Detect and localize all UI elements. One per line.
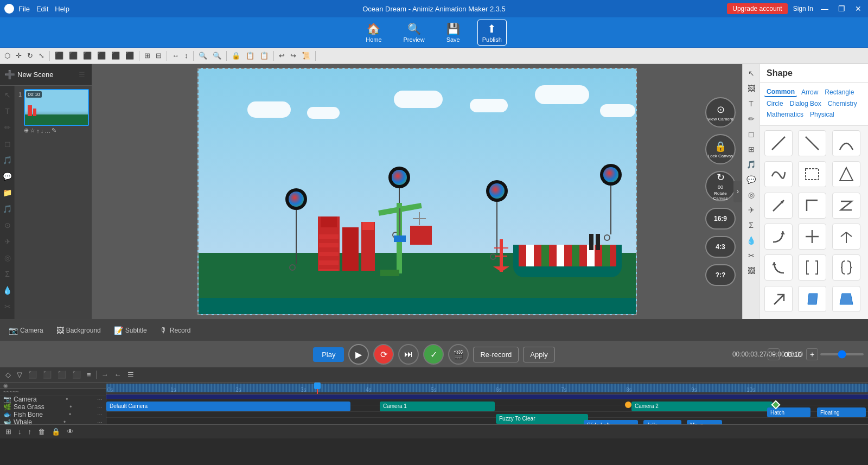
clip-move[interactable]: Move	[687, 420, 722, 424]
strip-align-l[interactable]: ⬛	[53, 50, 66, 61]
lbar-drop[interactable]: 💧	[1, 283, 15, 297]
cat-common[interactable]: Common	[764, 87, 797, 97]
shape-brace[interactable]	[832, 254, 860, 281]
duration-slider[interactable]	[820, 353, 864, 355]
shape-cross[interactable]	[798, 224, 826, 250]
strip-redo[interactable]: ↪	[288, 50, 298, 61]
strip-align-t[interactable]: ⬛	[95, 50, 108, 61]
track-more-seagrass[interactable]: ⋯	[97, 404, 103, 410]
shape-line-diag2[interactable]	[798, 130, 826, 156]
strip-scale[interactable]: ⤡	[36, 50, 47, 61]
save-button[interactable]: 💾 Save	[442, 20, 464, 45]
rvbar-table[interactable]: ⊞	[744, 142, 758, 156]
cat-chemistry[interactable]: Chemistry	[826, 99, 859, 108]
canvas-frame[interactable]: 📷 Default Camera	[197, 68, 637, 315]
bt-delete[interactable]: 🗑	[36, 426, 47, 437]
rotate-canvas-button[interactable]: ↻ 00 Rotate Canvas	[705, 171, 736, 201]
track-more-whale[interactable]: ⋯	[97, 419, 103, 425]
cat-physical[interactable]: Physical	[808, 110, 837, 119]
rvbar-cursor[interactable]: ↖	[744, 66, 758, 80]
strip-move[interactable]: ✛	[14, 50, 24, 61]
tt-align-m[interactable]: ⬛	[70, 370, 83, 380]
strip-paste[interactable]: 📋	[258, 50, 271, 61]
record-video-button[interactable]: 🎬	[448, 344, 469, 365]
strip-flip-h[interactable]: ↔	[170, 50, 181, 61]
shape-curve-left[interactable]	[764, 254, 793, 281]
lbar-bubble[interactable]: 💬	[1, 169, 15, 183]
bt-lock[interactable]: 🔒	[49, 426, 62, 437]
rvbar-bubble[interactable]: 💬	[744, 173, 758, 187]
lbar-cursor[interactable]: ↖	[1, 88, 15, 102]
scene-ctrl-btn5[interactable]: …	[44, 127, 50, 134]
track-more-camera[interactable]: ⋯	[97, 397, 103, 403]
bt-visible[interactable]: 👁	[65, 426, 76, 437]
bt-move-up[interactable]: ↑	[26, 426, 34, 437]
play-button[interactable]: Play	[313, 347, 344, 362]
home-button[interactable]: 🏠 Home	[361, 20, 386, 45]
strip-copy[interactable]: 📋	[244, 50, 257, 61]
strip-lock[interactable]: 🔒	[229, 50, 242, 61]
cat-rectangle[interactable]: Rectangle	[822, 87, 856, 97]
scene-ctrl-btn1[interactable]: ⊕	[24, 127, 29, 134]
apply-button[interactable]: Apply	[523, 347, 555, 362]
minimize-button[interactable]: —	[819, 4, 831, 13]
strip-align-c[interactable]: ⬛	[67, 50, 80, 61]
lbar-cut[interactable]: ✂	[1, 300, 15, 314]
lbar-record[interactable]: ⊙	[1, 218, 15, 232]
close-button[interactable]: ✕	[853, 4, 864, 13]
strip-history[interactable]: 📜	[299, 50, 312, 61]
keyframe-diamond1[interactable]	[625, 402, 631, 408]
scene-list-toggle[interactable]: ☰	[76, 69, 87, 80]
signin-button[interactable]: Sign In	[793, 5, 813, 12]
lbar-text[interactable]: T	[1, 104, 15, 118]
tab-subtitle[interactable]: 📝 Subtitle	[110, 324, 151, 337]
record-button[interactable]: ⟳	[373, 344, 394, 365]
track-more-fishbone[interactable]: ⋯	[97, 412, 103, 418]
rvbar-compass[interactable]: ◎	[744, 188, 758, 202]
strip-zoom-in[interactable]: 🔍	[196, 50, 209, 61]
clip-jello[interactable]: Jello	[643, 420, 681, 424]
lbar-sigma[interactable]: Σ	[1, 267, 15, 281]
strip-undo[interactable]: ↩	[277, 50, 287, 61]
rvbar-plane[interactable]: ✈	[744, 203, 758, 217]
menu-edit[interactable]: Edit	[36, 5, 48, 13]
bt-move-down[interactable]: ↓	[16, 426, 24, 437]
strip-rotate[interactable]: ↻	[25, 50, 35, 61]
shape-arrow-diag[interactable]	[764, 193, 793, 219]
rvbar-brush[interactable]: ✏	[744, 112, 758, 126]
tt-align-l[interactable]: ⬛	[26, 370, 39, 380]
tt-justify[interactable]: ≡	[85, 370, 93, 380]
view-camera-button[interactable]: ⊙ View Camera	[705, 97, 736, 128]
bt-add-layer[interactable]: ⊞	[3, 426, 14, 437]
duration-plus[interactable]: +	[806, 348, 818, 360]
shape-arc[interactable]	[832, 130, 860, 156]
rvbar-shape[interactable]: ◻	[744, 127, 758, 141]
scene-ctrl-btn3[interactable]: ↑	[36, 127, 40, 134]
upgrade-button[interactable]: Upgrade account	[727, 3, 787, 14]
strip-group[interactable]: ⊞	[142, 50, 152, 61]
tt-align-c[interactable]: ⬛	[55, 370, 68, 380]
aspect-custom-button[interactable]: ?:?	[705, 264, 736, 286]
scene-ctrl-btn2[interactable]: ☆	[30, 127, 35, 134]
publish-button[interactable]: ⬆ Publish	[477, 20, 507, 46]
approve-button[interactable]: ✓	[423, 344, 444, 365]
tt-indent[interactable]: →	[99, 370, 111, 380]
rvbar-image[interactable]: 🖼	[744, 81, 758, 95]
rvbar-cut[interactable]: ✂	[744, 249, 758, 263]
strip-select[interactable]: ⬡	[2, 50, 12, 61]
cat-math[interactable]: Mathematics	[764, 110, 806, 119]
clip-slide-left[interactable]: Slide Left	[584, 420, 638, 424]
shape-line-diag1[interactable]	[764, 130, 793, 156]
shape-triangle[interactable]	[832, 161, 860, 187]
cat-circle[interactable]: Circle	[764, 99, 786, 108]
rerecord-button[interactable]: Re-record	[473, 347, 519, 362]
tab-record[interactable]: 🎙 Record	[156, 324, 195, 337]
aspect-169-button[interactable]: 16:9	[705, 208, 736, 230]
skip-button[interactable]: ⏭	[398, 344, 419, 365]
lbar-plane[interactable]: ✈	[1, 234, 15, 249]
scene-ctrl-btn6[interactable]: ✎	[52, 127, 56, 134]
preview-button[interactable]: 🔍 Preview	[399, 20, 429, 45]
lbar-folder[interactable]: 📁	[1, 186, 15, 200]
shape-rect-dash[interactable]	[798, 161, 826, 187]
strip-align-r[interactable]: ⬛	[81, 50, 94, 61]
